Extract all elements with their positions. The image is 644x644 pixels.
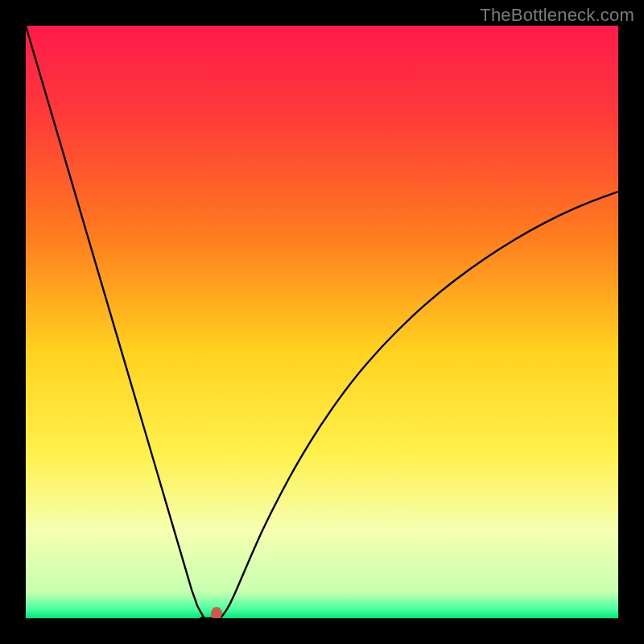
chart-svg <box>26 26 618 618</box>
plot-area <box>26 26 618 618</box>
gradient-background <box>26 26 618 618</box>
chart-frame: TheBottleneck.com <box>0 0 644 644</box>
watermark-text: TheBottleneck.com <box>480 5 634 26</box>
